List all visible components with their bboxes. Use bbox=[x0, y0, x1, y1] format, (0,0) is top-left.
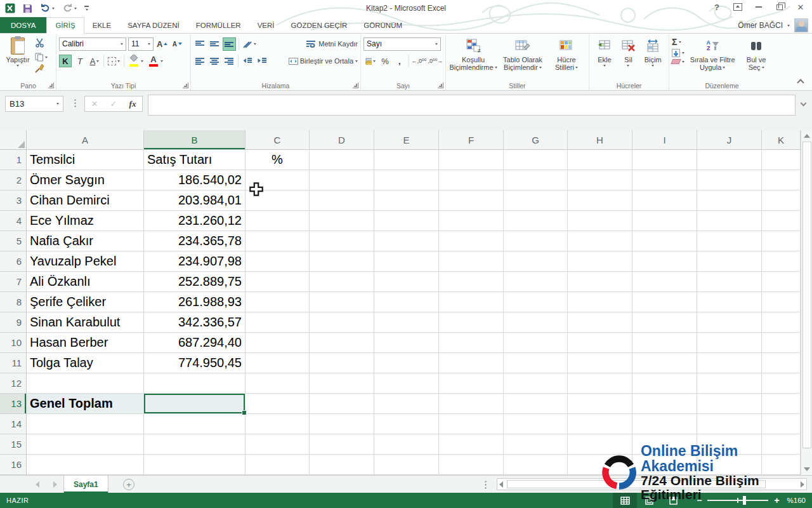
row-header-11[interactable]: 11 bbox=[0, 353, 27, 373]
cell-B3[interactable]: 203.984,01 bbox=[144, 190, 246, 211]
redo-caret-icon[interactable] bbox=[74, 8, 77, 10]
cell-I2[interactable] bbox=[632, 170, 697, 190]
clear-button[interactable] bbox=[672, 59, 684, 64]
align-middle-button[interactable] bbox=[208, 37, 221, 51]
row-header-13[interactable]: 13 bbox=[0, 394, 27, 414]
cell-A14[interactable] bbox=[27, 414, 144, 434]
percent-style-button[interactable]: % bbox=[379, 55, 391, 68]
cell-B16[interactable] bbox=[144, 455, 246, 475]
merge-center-button[interactable]: Birleştir ve Ortala bbox=[289, 57, 358, 65]
cell-G4[interactable] bbox=[504, 211, 568, 231]
autosum-button[interactable]: Σ bbox=[672, 37, 684, 47]
cell-B5[interactable]: 234.365,78 bbox=[144, 231, 246, 251]
cell-A1[interactable]: Temsilci bbox=[27, 150, 144, 170]
new-sheet-button[interactable]: + bbox=[123, 479, 134, 490]
cell-K8[interactable] bbox=[762, 292, 801, 312]
cell-H3[interactable] bbox=[568, 190, 632, 211]
save-button[interactable] bbox=[23, 4, 32, 13]
cell-D5[interactable] bbox=[310, 231, 374, 251]
find-select-button[interactable]: Bul ve Seç bbox=[740, 36, 772, 71]
cell-D8[interactable] bbox=[310, 292, 374, 312]
font-dialog-launcher[interactable] bbox=[183, 83, 188, 88]
cell-E5[interactable] bbox=[374, 231, 439, 251]
cell-J13[interactable] bbox=[697, 394, 762, 414]
close-button[interactable]: ✕ bbox=[796, 2, 806, 12]
cell-F6[interactable] bbox=[439, 251, 504, 272]
cell-I6[interactable] bbox=[632, 251, 697, 272]
cell-J11[interactable] bbox=[697, 353, 762, 373]
customize-qat-button[interactable] bbox=[84, 6, 89, 11]
horizontal-scrollbar-grip[interactable] bbox=[485, 480, 487, 489]
cell-B9[interactable]: 342.336,57 bbox=[144, 312, 246, 333]
tab-veri̇[interactable]: VERİ bbox=[249, 17, 283, 33]
cell-A2[interactable]: Ömer Saygın bbox=[27, 170, 144, 190]
cell-F3[interactable] bbox=[439, 190, 504, 211]
cell-E1[interactable] bbox=[374, 150, 439, 170]
cell-I14[interactable] bbox=[632, 414, 697, 434]
increase-decimal-button[interactable]: ←,0⁰⁰ bbox=[412, 55, 426, 68]
cell-I10[interactable] bbox=[632, 333, 697, 353]
formula-input[interactable] bbox=[148, 95, 796, 116]
cell-I4[interactable] bbox=[632, 211, 697, 231]
cell-C8[interactable] bbox=[246, 292, 310, 312]
insert-function-button[interactable]: fx bbox=[123, 99, 142, 109]
align-left-button[interactable] bbox=[193, 55, 206, 68]
cell-B8[interactable]: 261.988,93 bbox=[144, 292, 246, 312]
cell-K10[interactable] bbox=[762, 333, 801, 353]
help-button[interactable]: ? bbox=[712, 2, 722, 12]
cell-D4[interactable] bbox=[310, 211, 374, 231]
row-header-12[interactable]: 12 bbox=[0, 373, 27, 394]
col-header-J[interactable]: J bbox=[697, 130, 762, 150]
cell-G8[interactable] bbox=[504, 292, 568, 312]
cell-D7[interactable] bbox=[310, 272, 374, 292]
row-header-1[interactable]: 1 bbox=[0, 150, 27, 170]
tab-dosya[interactable]: DOSYA bbox=[0, 17, 46, 33]
redo-button[interactable] bbox=[62, 4, 77, 13]
cell-F4[interactable] bbox=[439, 211, 504, 231]
cell-K7[interactable] bbox=[762, 272, 801, 292]
paste-button[interactable]: Yapıştır bbox=[3, 36, 32, 76]
decrease-decimal-button[interactable]: ,0⁰⁰→ bbox=[428, 55, 443, 68]
row-header-10[interactable]: 10 bbox=[0, 333, 27, 353]
collapse-ribbon-button[interactable] bbox=[797, 79, 804, 86]
cancel-entry-button[interactable]: ✕ bbox=[85, 99, 104, 109]
cell-H14[interactable] bbox=[568, 414, 632, 434]
cell-A3[interactable]: Cihan Demirci bbox=[27, 190, 144, 211]
expand-formula-bar-icon[interactable] bbox=[801, 100, 807, 107]
col-header-G[interactable]: G bbox=[504, 130, 568, 150]
font-color-button[interactable]: A bbox=[147, 55, 164, 68]
cell-C7[interactable] bbox=[246, 272, 310, 292]
cell-E7[interactable] bbox=[374, 272, 439, 292]
bold-button[interactable]: K bbox=[59, 55, 72, 67]
align-top-button[interactable] bbox=[193, 37, 206, 51]
font-size-select[interactable]: 11 bbox=[128, 37, 154, 51]
italic-button[interactable]: T bbox=[74, 55, 86, 68]
tab-ekle[interactable]: EKLE bbox=[84, 17, 119, 33]
cell-J3[interactable] bbox=[697, 190, 762, 211]
cell-G16[interactable] bbox=[504, 455, 568, 475]
cell-A5[interactable]: Nafia Çakır bbox=[27, 231, 144, 251]
underline-button[interactable]: A bbox=[88, 55, 101, 68]
ribbon-display-options-button[interactable] bbox=[733, 2, 743, 12]
row-header-16[interactable]: 16 bbox=[0, 455, 27, 475]
restore-button[interactable] bbox=[775, 2, 785, 12]
cell-C4[interactable] bbox=[246, 211, 310, 231]
comma-style-button[interactable]: , bbox=[393, 55, 406, 68]
col-header-D[interactable]: D bbox=[310, 130, 374, 150]
cell-D13[interactable] bbox=[310, 394, 374, 414]
cell-H10[interactable] bbox=[568, 333, 632, 353]
tab-gi̇ri̇ş[interactable]: GİRİŞ bbox=[46, 17, 84, 34]
cell-B1[interactable]: Satış Tutarı bbox=[144, 150, 246, 170]
cell-G6[interactable] bbox=[504, 251, 568, 272]
cell-C12[interactable] bbox=[246, 373, 310, 394]
cell-F14[interactable] bbox=[439, 414, 504, 434]
col-header-E[interactable]: E bbox=[374, 130, 439, 150]
decrease-indent-button[interactable] bbox=[241, 55, 254, 68]
formula-bar-grip[interactable] bbox=[74, 98, 76, 109]
cell-K11[interactable] bbox=[762, 353, 801, 373]
cell-F1[interactable] bbox=[439, 150, 504, 170]
orientation-button[interactable] bbox=[242, 37, 258, 51]
cell-G13[interactable] bbox=[504, 394, 568, 414]
previous-sheet-icon[interactable] bbox=[36, 481, 39, 488]
cell-G2[interactable] bbox=[504, 170, 568, 190]
